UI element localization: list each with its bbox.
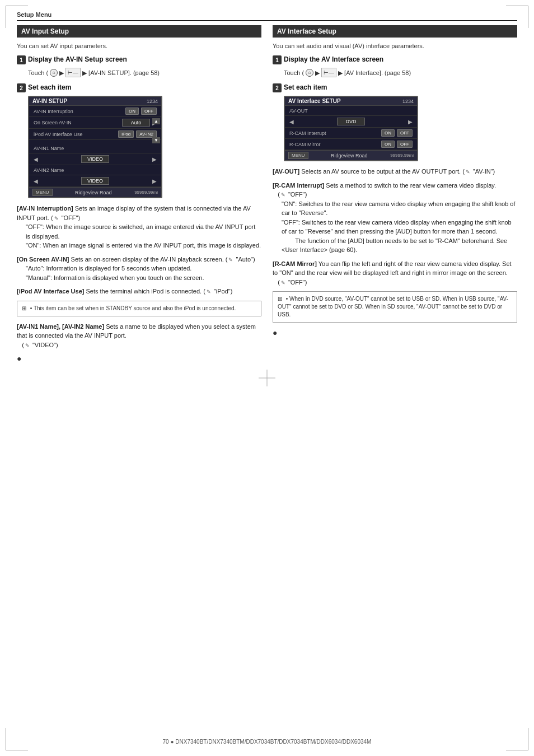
arrow-avout-right[interactable]: ▶ [408, 119, 413, 125]
av-input-setup-title: AV Input Setup [17, 25, 261, 38]
term-onscreen-avin: [On Screen AV-IN] [17, 256, 69, 263]
pencil-icon-4: ✎ [24, 343, 31, 349]
screen-title-left: AV-IN SETUP [32, 98, 67, 104]
screen-row-ipod: iPod AV Interface Use iPod AV-IN2 [29, 129, 161, 140]
note-icon-right: ⊞ [278, 295, 282, 303]
screen-time-right: 1234 [402, 99, 414, 104]
screen-row-rcam-mirror: R-CAM Mirror ON OFF [285, 139, 417, 150]
btn-on-interruption[interactable]: ON [125, 108, 139, 115]
arrow-right2-right: ▶ [338, 68, 343, 78]
row-controls-rcam-mirror[interactable]: ON OFF [381, 141, 413, 148]
pencil-icon-r2: ✎ [280, 192, 287, 199]
footer-dist-left: 99999.99mi [134, 190, 158, 195]
pencil-icon-r1: ✎ [465, 169, 471, 176]
sub-off-rcam: "OFF": Switches to the rear view camera … [282, 218, 517, 255]
row-label-rcam-interrupt: R-CAM Interrupt [289, 130, 326, 136]
row-controls-ipod[interactable]: iPod AV-IN2 [118, 130, 157, 138]
desc-rcam-mirror: [R-CAM Mirror] You can flip the left and… [273, 259, 517, 287]
pencil-icon-1: ✎ [53, 216, 60, 222]
pencil-icon-3: ✎ [205, 289, 212, 296]
value-avin2name: VIDEO [81, 177, 109, 185]
btn-on-rcam-mirror[interactable]: ON [381, 141, 395, 148]
pencil-icon-2: ✎ [227, 257, 234, 264]
btn-off-rcam-mirror[interactable]: OFF [397, 141, 413, 148]
btn-off-rcam-interrupt[interactable]: OFF [397, 129, 413, 137]
device-screen-right: AV Interface SETUP 1234 AV-OUT ◀ DVD ▶ R [284, 96, 418, 161]
step2-header-left: 2 Set each item [17, 83, 261, 92]
value-avout: DVD [337, 118, 365, 125]
desc-rcam-interrupt: [R-CAM Interrupt] Sets a method to switc… [273, 181, 517, 255]
step1-number-right: 1 [273, 55, 282, 64]
bracket-arrow-left: ⊢— [65, 68, 81, 77]
note-icon-left: ⊞ [22, 305, 26, 312]
home-icon-left: ⌂ [50, 69, 58, 77]
av-interface-setup-title: AV Interface Setup [273, 25, 517, 38]
arrow-avout-left[interactable]: ◀ [289, 119, 294, 125]
two-column-layout: AV Input Setup You can set AV input para… [17, 25, 517, 363]
btn-off-interruption[interactable]: OFF [141, 108, 157, 115]
screen-header-right: AV Interface SETUP 1234 [285, 97, 417, 106]
note-box-right: ⊞ • When in DVD source, "AV-OUT" cannot … [273, 291, 517, 323]
row-controls-onscreen[interactable]: Auto ▶ [122, 119, 157, 127]
arrow-avin2-left[interactable]: ◀ [34, 178, 38, 184]
step1-header-right: 1 Display the AV Interface screen [273, 55, 517, 64]
row-label-avin1name: AV-IN1 Name [34, 146, 64, 151]
row-label-avout: AV-OUT [289, 108, 308, 114]
page-footer: 70 ● DNX7340BT/DNX7340BTM/DDX7034BT/DDX7… [0, 739, 534, 745]
av-interface-setup-section: AV Interface Setup You can set audio and… [273, 25, 517, 363]
arrow-avin1-left[interactable]: ◀ [34, 156, 38, 162]
footer-road-left: Ridgeview Road [75, 190, 112, 195]
screen-row-avin2name: AV-IN2 Name [29, 165, 161, 175]
touch-label-right: Touch ( [284, 68, 304, 78]
scroll-dn-left[interactable]: ▼ [152, 137, 160, 143]
row-label-onscreen: On Screen AV-IN [34, 120, 72, 125]
bracket-arrow-right: ⊢— [321, 68, 336, 77]
home-icon-right: ⌂ [306, 69, 313, 77]
btn-on-rcam-interrupt[interactable]: ON [381, 129, 395, 137]
step2-title-left: Set each item [28, 83, 71, 92]
device-screen-left: AV-IN SETUP 1234 ▲ AV-IN Interruption ON… [28, 96, 162, 198]
screen-row-onscreen: On Screen AV-IN Auto ▶ [29, 117, 161, 129]
step1-body-left: Touch ( ⌂ ▶ ⊢— ▶ [AV-IN SETUP]. (page 58… [28, 68, 261, 77]
sub-on-rcam: "ON": Switches to the rear view camera v… [282, 199, 517, 218]
step1-header-left: 1 Display the AV-IN Setup screen [17, 55, 261, 64]
term-avout: [AV-OUT] [273, 168, 299, 175]
screen-row-rcam-interrupt: R-CAM Interrupt ON OFF [285, 128, 417, 139]
arrow-avin2-right[interactable]: ▶ [152, 178, 157, 184]
value-avin1name: VIDEO [81, 155, 109, 163]
row-label-avin2name: AV-IN2 Name [34, 167, 64, 173]
footer-road-right: Ridgeview Road [331, 153, 368, 158]
desc-avin-names: [AV-IN1 Name], [AV-IN2 Name] Sets a name… [17, 322, 261, 350]
sub-auto-onscreen: "Auto": Information is displayed for 5 s… [26, 264, 261, 273]
screen-row-avin2name-val: ◀ VIDEO ▶ [29, 175, 161, 187]
scroll-up-left[interactable]: ▲ [152, 118, 160, 124]
note-text-right: • When in DVD source, "AV-OUT" cannot be… [278, 296, 508, 318]
row-label-rcam-mirror: R-CAM Mirror [289, 142, 321, 147]
screen-time-left: 1234 [147, 99, 158, 104]
row-controls-interruption[interactable]: ON OFF [125, 108, 157, 115]
desc-onscreen-avin: [On Screen AV-IN] Sets an on-screen disp… [17, 255, 261, 283]
touch-dest-right: [AV Interface]. (page 58) [344, 68, 411, 78]
touch-instruction-left: Touch ( ⌂ ▶ ⊢— ▶ [AV-IN SETUP]. (page 58… [28, 68, 261, 77]
screen-header-left: AV-IN SETUP 1234 [29, 97, 161, 106]
footer-menu-left[interactable]: MENU [32, 189, 53, 196]
step2-number-right: 2 [273, 83, 282, 92]
av-interface-intro: You can set audio and visual (AV) interf… [273, 42, 517, 50]
desc-avout: [AV-OUT] Selects an AV source to be outp… [273, 167, 517, 176]
arrow-right-right: ▶ [315, 68, 320, 78]
arrow-right2-left: ▶ [82, 68, 87, 78]
btn-ipod[interactable]: iPod [118, 130, 134, 138]
row-controls-rcam-interrupt[interactable]: ON OFF [381, 129, 413, 137]
term-avin-interruption: [AV-IN Interruption] [17, 205, 73, 212]
footer-menu-right[interactable]: MENU [288, 152, 308, 159]
value-onscreen: Auto [122, 119, 150, 127]
sub-off-interruption: "OFF": When the image source is switched… [26, 222, 261, 241]
arrow-right-left: ▶ [59, 68, 64, 78]
term-ipod-av: [iPod AV Interface Use] [17, 288, 84, 295]
screen-row-avout: AV-OUT [285, 106, 417, 116]
screen-row-avout-val: ◀ DVD ▶ [285, 116, 417, 128]
av-input-setup-section: AV Input Setup You can set AV input para… [17, 25, 261, 363]
step1-body-right: Touch ( ⌂ ▶ ⊢— ▶ [AV Interface]. (page 5… [284, 68, 517, 77]
step1-number-left: 1 [17, 55, 26, 64]
arrow-avin1-right[interactable]: ▶ [152, 156, 157, 162]
